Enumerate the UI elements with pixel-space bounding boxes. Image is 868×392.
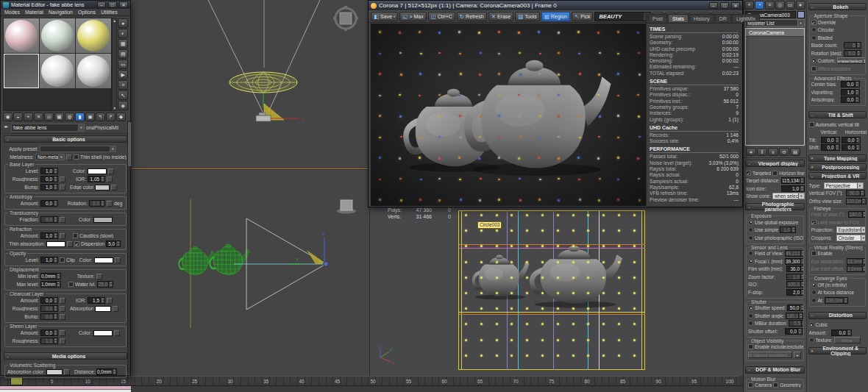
value-spinner[interactable]: 1,0▴▾ [786, 274, 803, 280]
checkbox-horizon-line[interactable]: Horizon line [772, 171, 804, 176]
value-spinner[interactable]: 6▴▾ [844, 42, 861, 49]
value-spinner[interactable]: 0,0▴▾ [40, 176, 58, 182]
max-button[interactable]: ◱> Max [399, 12, 426, 21]
motion-tab[interactable]: ◎ [775, 1, 785, 10]
minimize-button[interactable]: ─ [709, 2, 718, 9]
texture-slot-button[interactable] [107, 177, 113, 182]
rollout-dof-motion-blur[interactable]: -DOF & Motion Blur [745, 366, 805, 374]
spinner-arrows-icon[interactable]: ▴▾ [53, 314, 57, 319]
spinner-arrows-icon[interactable]: ▴▾ [53, 298, 57, 303]
menu-material[interactable]: Material [25, 10, 43, 15]
tab-lightmix[interactable]: LightMix [732, 14, 760, 22]
teapot-wireframe[interactable] [210, 244, 249, 274]
spinner-arrows-icon[interactable]: ▴▾ [856, 51, 861, 56]
sample-type-icon[interactable]: ● [118, 18, 128, 28]
spinner-arrows-icon[interactable]: ▴▾ [56, 282, 60, 287]
spinner-arrows-icon[interactable]: ▴▾ [800, 178, 804, 183]
value-spinner[interactable]: 90,0▴▾ [846, 190, 865, 196]
texture-slot-button[interactable] [60, 314, 65, 320]
object-color-swatch[interactable] [797, 11, 805, 18]
menu-modes[interactable]: Modes [4, 10, 20, 15]
spinner-arrows-icon[interactable]: ▴▾ [835, 145, 839, 150]
menu-options[interactable]: Options [78, 10, 96, 15]
assign-material-to-selection-icon[interactable]: ◓ [24, 113, 33, 121]
pin-stack-icon[interactable]: ∗ [746, 148, 756, 156]
modify-tab[interactable]: ◔ [755, 1, 764, 10]
spinner-arrows-icon[interactable]: ▴▾ [800, 259, 803, 264]
viewport-front[interactable]: x [131, 0, 370, 169]
texture-slot-button[interactable] [60, 233, 65, 239]
radio-texture[interactable]: Texture: [809, 338, 833, 343]
texture-slot-button[interactable] [115, 257, 121, 263]
spinner-arrows-icon[interactable]: ▴▾ [843, 298, 847, 303]
viewcube[interactable] [337, 200, 356, 214]
value-spinner[interactable]: 49,2124▴▾ [785, 250, 803, 257]
radio-use-photographic-iso[interactable]: Use photographic (ISO) [748, 235, 803, 240]
radio-custom[interactable]: Custom: [811, 58, 836, 63]
spinner-arrows-icon[interactable]: ▴▾ [800, 305, 803, 310]
checkbox-affect-exposure[interactable]: Affect exposure [811, 66, 851, 71]
value-spinner[interactable]: 0,0▴▾ [40, 329, 58, 336]
texture-slot-button[interactable] [67, 241, 73, 247]
value-spinner[interactable]: 3,0mm▴▾ [847, 266, 866, 272]
viewport-splitter-horizontal[interactable] [131, 168, 370, 170]
radio-field-of-view[interactable]: Field of View: [748, 251, 783, 256]
spinner-arrows-icon[interactable]: ▴▾ [100, 177, 104, 182]
rollout-environment-clipping[interactable]: +Environment & Clipping [808, 347, 867, 354]
spinner-arrows-icon[interactable]: ▴▾ [855, 82, 859, 87]
region-button[interactable]: ▦Region [541, 12, 570, 21]
spinner-arrows-icon[interactable]: ▴▾ [100, 298, 104, 303]
value-spinner[interactable]: 1,0▴▾ [781, 185, 805, 192]
spinner-arrows-icon[interactable]: ▴▾ [800, 282, 803, 287]
spinner-arrows-icon[interactable]: ▴▾ [861, 199, 866, 204]
camera-body-icon[interactable] [324, 262, 329, 267]
tools-button[interactable]: ▨Tools [515, 12, 539, 21]
texture-slot-button[interactable] [96, 274, 102, 279]
create-tab[interactable]: + [744, 1, 754, 10]
value-spinner[interactable]: 0,0▴▾ [841, 96, 860, 103]
show-end-result-icon[interactable]: ▣ [85, 113, 95, 121]
spinner-arrows-icon[interactable]: ▴▾ [100, 201, 104, 206]
radio-bladed[interactable]: Bladed [811, 35, 833, 40]
sample-uv-tiling-icon[interactable]: ▤ [118, 49, 128, 59]
x-button[interactable]: + [794, 352, 801, 358]
color-swatch[interactable] [95, 185, 110, 190]
checkbox-thin-shell-no-inside[interactable]: Thin shell (no inside) [74, 154, 127, 160]
generate-preview-icon[interactable]: ▶ [118, 70, 128, 79]
spinner-arrows-icon[interactable]: ▴▾ [798, 313, 803, 318]
maximize-button[interactable]: □ [108, 1, 117, 8]
teapots-wireframe[interactable] [179, 244, 249, 274]
value-spinner[interactable]: 1,05▴▾ [88, 176, 105, 182]
texture-slot-button[interactable] [114, 330, 120, 336]
spinner-arrows-icon[interactable]: ▴▾ [862, 266, 866, 271]
spinner-arrows-icon[interactable]: ▴▾ [800, 290, 803, 295]
backlight-icon[interactable]: ◐ [118, 29, 128, 38]
checkbox-clip[interactable]: Clip [60, 257, 75, 263]
value-spinner[interactable]: 25,0▴▾ [97, 281, 113, 288]
spinner-arrows-icon[interactable]: ▴▾ [56, 274, 60, 279]
rollout-media-options[interactable]: -Media options [4, 352, 127, 360]
color-swatch[interactable] [46, 369, 63, 375]
value-spinner[interactable]: 1,0▴▾ [40, 338, 58, 344]
rollout-basic-options[interactable]: -Basic options [4, 135, 127, 143]
camera-body-icon[interactable] [256, 115, 271, 121]
value-spinner[interactable]: 0,0▴▾ [40, 200, 58, 207]
spinner-arrows-icon[interactable]: ▴▾ [855, 138, 860, 143]
display-tab[interactable]: ▭ [786, 1, 795, 10]
spinner-arrows-icon[interactable]: ▴▾ [53, 338, 57, 343]
spinner-arrows-icon[interactable]: ▴▾ [800, 266, 803, 271]
texture-slot-button[interactable] [60, 185, 65, 190]
render-image[interactable] [371, 24, 646, 206]
spinner-arrows-icon[interactable]: ▴▾ [53, 233, 57, 238]
pick-material-from-object-icon[interactable]: ◆ [116, 113, 126, 121]
material-map-navigator-icon[interactable]: ◈ [118, 101, 128, 110]
show-shaded-material-in-viewport-icon[interactable]: ▮ [75, 113, 85, 121]
save-button[interactable]: ◧Save▾ [371, 12, 398, 21]
corona-vfb-window[interactable]: Corona 7 | 512×512px (1:1) | Camera: Cor… [368, 0, 743, 207]
checkbox-automatic-vertical-tilt[interactable]: Automatic vertical tilt [809, 122, 860, 127]
spinner-arrows-icon[interactable]: ▴▾ [856, 43, 861, 48]
texture-slot-button[interactable] [60, 298, 65, 304]
menu-navigation[interactable]: Navigation [49, 10, 73, 15]
texture-slot-button[interactable] [60, 330, 65, 336]
value-spinner[interactable]: 1,0▴▾ [40, 257, 58, 263]
